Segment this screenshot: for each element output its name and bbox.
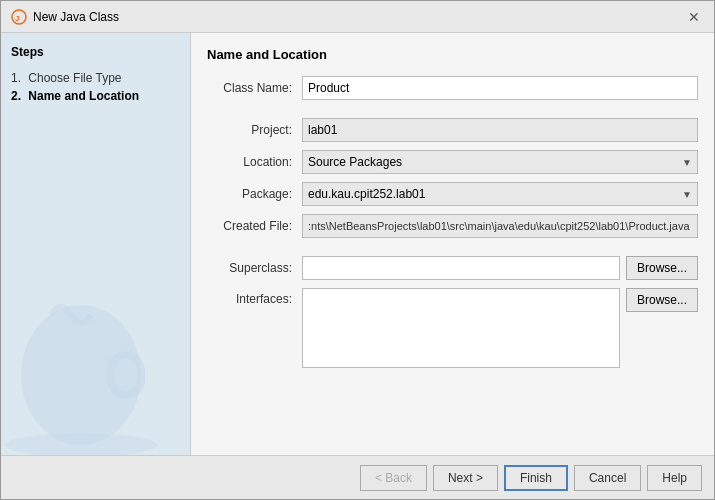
- project-label: Project:: [207, 123, 302, 137]
- step-2-label: Name and Location: [28, 89, 139, 103]
- class-name-label: Class Name:: [207, 81, 302, 95]
- title-bar-left: J New Java Class: [11, 9, 119, 25]
- watermark-icon: [1, 295, 191, 455]
- footer-bar: < Back Next > Finish Cancel Help: [1, 455, 714, 499]
- package-label: Package:: [207, 187, 302, 201]
- class-name-row: Class Name:: [207, 76, 698, 100]
- package-select[interactable]: edu.kau.cpit252.lab01: [302, 182, 698, 206]
- steps-list: 1. Choose File Type 2. Name and Location: [11, 69, 180, 105]
- step-2: 2. Name and Location: [11, 87, 180, 105]
- location-row: Location: Source Packages Test Packages …: [207, 150, 698, 174]
- java-icon: J: [11, 9, 27, 25]
- next-button[interactable]: Next >: [433, 465, 498, 491]
- created-file-row: Created File: :nts\NetBeansProjects\lab0…: [207, 214, 698, 238]
- superclass-label: Superclass:: [207, 261, 302, 275]
- location-select[interactable]: Source Packages Test Packages: [302, 150, 698, 174]
- project-row: Project:: [207, 118, 698, 142]
- interfaces-area[interactable]: [302, 288, 620, 368]
- steps-heading: Steps: [11, 45, 180, 59]
- class-name-input[interactable]: [302, 76, 698, 100]
- interfaces-browse-button[interactable]: Browse...: [626, 288, 698, 312]
- title-bar: J New Java Class ✕: [1, 1, 714, 33]
- panel-title: Name and Location: [207, 47, 698, 62]
- main-panel: Name and Location Class Name: Project: L…: [191, 33, 714, 455]
- step-1-label: Choose File Type: [28, 71, 121, 85]
- svg-text:J: J: [15, 14, 19, 23]
- created-file-value: :nts\NetBeansProjects\lab01\src\main\jav…: [302, 214, 698, 238]
- help-button[interactable]: Help: [647, 465, 702, 491]
- step-1-number: 1.: [11, 71, 21, 85]
- dialog: J New Java Class ✕ Steps 1. Choose File …: [0, 0, 715, 500]
- back-button[interactable]: < Back: [360, 465, 427, 491]
- package-row: Package: edu.kau.cpit252.lab01 ▼: [207, 182, 698, 206]
- content-area: Steps 1. Choose File Type 2. Name and Lo…: [1, 33, 714, 455]
- finish-button[interactable]: Finish: [504, 465, 568, 491]
- step-1: 1. Choose File Type: [11, 69, 180, 87]
- step-2-number: 2.: [11, 89, 21, 103]
- svg-point-4: [5, 433, 157, 455]
- superclass-input[interactable]: [302, 256, 620, 280]
- close-button[interactable]: ✕: [684, 7, 704, 27]
- cancel-button[interactable]: Cancel: [574, 465, 641, 491]
- project-input: [302, 118, 698, 142]
- sidebar: Steps 1. Choose File Type 2. Name and Lo…: [1, 33, 191, 455]
- interfaces-row: Interfaces: Browse...: [207, 288, 698, 368]
- created-file-label: Created File:: [207, 219, 302, 233]
- location-select-wrapper: Source Packages Test Packages ▼: [302, 150, 698, 174]
- superclass-row: Superclass: Browse...: [207, 256, 698, 280]
- dialog-title: New Java Class: [33, 10, 119, 24]
- superclass-browse-button[interactable]: Browse...: [626, 256, 698, 280]
- interfaces-label: Interfaces:: [207, 288, 302, 306]
- package-select-wrapper: edu.kau.cpit252.lab01 ▼: [302, 182, 698, 206]
- location-label: Location:: [207, 155, 302, 169]
